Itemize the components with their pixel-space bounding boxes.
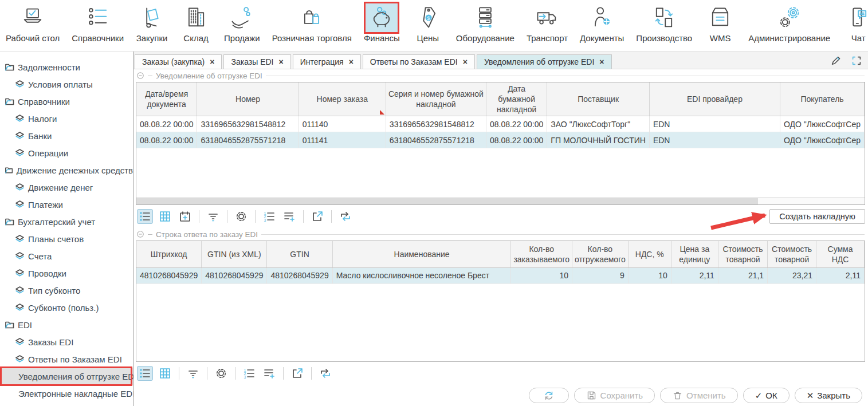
col-qty-shipped[interactable]: Кол-во отгружаемого [572, 241, 629, 267]
app-item-wms[interactable]: WMS [704, 3, 736, 43]
col-goods-cost-1[interactable]: Стоимость товарной [718, 241, 767, 267]
col-gtin[interactable]: GTIN [267, 241, 332, 267]
footer-actions: Сохранить Отменить ✓ОК ✕Закрыть [133, 385, 868, 406]
sidebar-item-accounting[interactable]: Бухгалтерский учет [0, 213, 133, 230]
settings-button[interactable] [233, 209, 249, 224]
sidebar-item-payment-terms[interactable]: Условия оплаты [0, 76, 133, 93]
filter-button[interactable] [205, 209, 221, 224]
create-invoice-button[interactable]: Создать накладную [769, 209, 865, 224]
app-item-administration[interactable]: Администрирование [748, 3, 830, 43]
col-number[interactable]: Номер [197, 82, 299, 116]
sidebar-item-accounts[interactable]: Счета [0, 247, 133, 265]
grid-view-button[interactable] [157, 366, 173, 381]
sidebar-item-debts[interactable]: Задолженности [0, 58, 133, 76]
sidebar-item-cash-flow-group[interactable]: Движение денежных средств [0, 161, 133, 179]
collapse-icon[interactable] [136, 230, 144, 238]
table-row[interactable]: 08.08.22 00:00 3316965632981548812 01114… [136, 116, 865, 132]
col-doc-datetime[interactable]: Дата/время документа [136, 82, 197, 116]
close-button[interactable]: ✕Закрыть [795, 388, 862, 403]
sidebar-item-edi-order-responses[interactable]: Ответы по Заказам EDI [0, 350, 133, 368]
sidebar-item-edi[interactable]: EDI [0, 316, 133, 333]
tab-close-icon[interactable]: × [463, 57, 468, 66]
scrollbar-thumb[interactable] [136, 198, 758, 204]
grid-view-button[interactable] [157, 209, 173, 224]
col-goods-cost-2[interactable]: Стоимость товарной [768, 241, 816, 267]
sidebar-item-edi-e-invoices[interactable]: Электронные накладные EDI [0, 385, 133, 402]
refresh-icon [543, 390, 555, 401]
sidebar-item-subconto-type[interactable]: Тип субконто [0, 282, 133, 299]
app-item-equipment[interactable]: Оборудование [456, 3, 514, 43]
tab-orders-purchase[interactable]: Заказы (закупка)× [135, 54, 222, 69]
collapse-icon[interactable] [136, 72, 144, 80]
col-buyer[interactable]: Покупатель [780, 82, 864, 116]
app-item-catalogs[interactable]: Справочники [72, 3, 124, 43]
sidebar-item-banks[interactable]: Банки [0, 127, 133, 144]
tab-close-icon[interactable]: × [210, 57, 214, 66]
calendar-button[interactable] [177, 209, 193, 224]
app-item-chat[interactable]: Чат [842, 3, 868, 43]
col-gtin-xml[interactable]: GTIN (из XML) [202, 241, 267, 267]
refresh-button[interactable] [529, 388, 569, 403]
app-item-transport[interactable]: Транспорт [527, 3, 568, 43]
list-view-button[interactable] [137, 366, 153, 381]
col-edi-provider[interactable]: EDI провайдер [649, 82, 780, 116]
table-row-selected[interactable]: 4810268045929 4810268045929 481026804592… [136, 267, 865, 283]
tab-edi-order-responses[interactable]: Ответы по Заказам EDI× [363, 54, 475, 69]
app-item-procurement[interactable]: Закупки [136, 3, 168, 43]
app-item-sales[interactable]: Продажи [224, 3, 260, 43]
chat-icon [846, 5, 868, 30]
add-row-button[interactable] [261, 366, 277, 381]
app-item-production[interactable]: Производство [636, 3, 692, 43]
col-vat-percent[interactable]: НДС, % [628, 241, 671, 267]
numbered-list-button[interactable] [241, 366, 257, 381]
ok-button[interactable]: ✓ОК [743, 388, 790, 403]
col-name[interactable]: Наименование [332, 241, 511, 267]
tab-close-icon[interactable]: × [599, 57, 604, 66]
tab-close-icon[interactable]: × [279, 57, 284, 66]
open-window-button[interactable] [289, 366, 305, 381]
header-rule [266, 76, 865, 76]
cancel-label: Отменить [686, 391, 726, 400]
sidebar-item-payments[interactable]: Платежи [0, 196, 133, 213]
save-button[interactable]: Сохранить [574, 388, 655, 403]
open-window-button[interactable] [309, 209, 325, 224]
numbered-list-button[interactable] [261, 209, 277, 224]
sidebar-item-subconto-user[interactable]: Субконто (польз.) [0, 299, 133, 316]
col-order-number[interactable]: Номер заказа [299, 82, 386, 116]
col-vat-amount[interactable]: Сумма НДС [816, 241, 865, 267]
app-item-retail[interactable]: Розничная торговля [272, 3, 352, 43]
add-row-button[interactable] [281, 209, 297, 224]
settings-button[interactable] [213, 366, 229, 381]
tab-close-icon[interactable]: × [349, 57, 354, 66]
sidebar-item-postings[interactable]: Проводки [0, 265, 133, 282]
filter-button[interactable] [185, 366, 201, 381]
app-item-finance[interactable]: Финансы [364, 3, 400, 43]
fullscreen-icon[interactable] [851, 55, 862, 66]
tab-edi-orders[interactable]: Заказы EDI× [223, 54, 290, 69]
sidebar-item-taxes[interactable]: Налоги [0, 110, 133, 127]
sidebar-item-edi-orders[interactable]: Заказы EDI [0, 333, 133, 350]
sidebar-item-edi-shipment-notices[interactable]: Уведомления об отгрузке EDI [0, 368, 133, 385]
list-view-button[interactable] [137, 209, 153, 224]
sidebar-item-chart-of-accounts[interactable]: Планы счетов [0, 230, 133, 247]
cancel-button[interactable]: Отменить [660, 388, 738, 403]
table-row-selected[interactable]: 08.08.22 00:00 6318046552875571218 01114… [136, 132, 865, 148]
tab-edi-shipment-notices[interactable]: Уведомления об отгрузке EDI× [477, 54, 612, 69]
col-paper-invoice-series[interactable]: Серия и номер бумажной накладной [386, 82, 486, 116]
reload-button[interactable] [337, 209, 354, 224]
col-qty-ordered[interactable]: Кол-во заказываемого [511, 241, 572, 267]
sidebar-item-money-movement[interactable]: Движение денег [0, 179, 133, 196]
app-item-documents[interactable]: Документы [580, 3, 624, 43]
col-paper-invoice-date[interactable]: Дата бумажной накладной [486, 82, 547, 116]
col-supplier[interactable]: Поставщик [547, 82, 650, 116]
col-barcode[interactable]: Штрихкод [136, 241, 202, 267]
col-unit-price[interactable]: Цена за единицу [671, 241, 718, 267]
edit-pencil-icon[interactable] [830, 55, 842, 66]
tab-integration[interactable]: Интеграция× [293, 54, 361, 69]
sidebar-item-catalogs[interactable]: Справочники [0, 93, 133, 110]
app-item-desktop[interactable]: Рабочий стол [6, 3, 60, 43]
app-item-warehouse[interactable]: Склад [180, 3, 212, 43]
reload-button[interactable] [317, 366, 333, 381]
app-item-prices[interactable]: $ Цены [412, 3, 444, 43]
sidebar-item-operations[interactable]: Операции [0, 144, 133, 161]
